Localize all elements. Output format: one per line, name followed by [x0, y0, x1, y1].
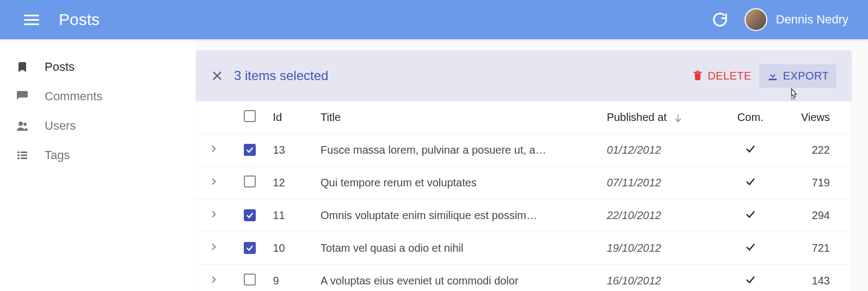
expand-row-button[interactable]	[208, 143, 219, 154]
cell-published: 22/10/2012	[601, 199, 715, 232]
people-icon	[15, 119, 29, 133]
svg-rect-2	[17, 151, 20, 153]
cell-views: 143	[786, 265, 852, 292]
download-icon	[767, 70, 779, 82]
column-header-title[interactable]: Title	[315, 101, 601, 134]
cell-title: Fusce massa lorem, pulvinar a posuere ut…	[321, 144, 571, 156]
refresh-button[interactable]	[712, 11, 728, 28]
svg-rect-10	[693, 72, 701, 73]
cell-commentable	[715, 134, 786, 167]
row-checkbox[interactable]	[244, 175, 256, 187]
cell-published: 07/11/2012	[601, 167, 715, 199]
cell-id: 10	[267, 232, 315, 265]
expand-row-button[interactable]	[208, 176, 219, 187]
sidebar-item-posts[interactable]: Posts	[0, 52, 196, 82]
export-label: EXPORT	[783, 70, 829, 82]
sidebar-item-label: Users	[45, 119, 76, 133]
sidebar-item-label: Comments	[45, 89, 102, 104]
row-checkbox[interactable]	[244, 144, 256, 156]
sort-descending-icon	[673, 113, 683, 123]
column-header-views[interactable]: Views	[786, 101, 852, 134]
table-row[interactable]: 12 Qui tempore rerum et voluptates 07/11…	[196, 167, 852, 199]
sidebar: Posts Comments Users Tags	[0, 39, 196, 291]
chat-icon	[15, 89, 29, 104]
cell-id: 9	[267, 265, 315, 292]
svg-rect-3	[21, 151, 27, 153]
column-header-published[interactable]: Published at	[601, 101, 715, 134]
cell-commentable	[715, 232, 786, 265]
svg-rect-11	[696, 71, 699, 72]
bookmark-icon	[15, 60, 29, 74]
cell-title: Totam vel quasi a odio et nihil	[321, 242, 571, 254]
list-icon	[15, 148, 29, 162]
cell-commentable	[715, 167, 786, 199]
delete-label: DELETE	[708, 70, 752, 82]
trash-icon	[692, 70, 704, 82]
sidebar-item-users[interactable]: Users	[0, 111, 196, 141]
menu-toggle-button[interactable]	[24, 12, 39, 27]
cell-views: 222	[786, 134, 852, 167]
cell-id: 11	[267, 199, 315, 232]
table-row[interactable]: 10 Totam vel quasi a odio et nihil 19/10…	[196, 232, 852, 265]
cell-id: 13	[267, 134, 315, 167]
table-row[interactable]: 13 Fusce massa lorem, pulvinar a posuere…	[196, 134, 852, 167]
svg-point-0	[19, 122, 23, 126]
cell-published: 01/12/2012	[601, 134, 715, 167]
row-checkbox[interactable]	[244, 274, 256, 286]
expand-row-button[interactable]	[208, 209, 219, 220]
column-header-id[interactable]: Id	[267, 101, 315, 134]
delete-button[interactable]: DELETE	[684, 64, 759, 88]
page-title: Posts	[59, 10, 712, 29]
appbar: Posts Dennis Nedry	[0, 0, 868, 39]
selection-toolbar: 3 items selected DELETE EXPORT	[196, 50, 852, 101]
svg-point-1	[23, 123, 27, 126]
clear-selection-button[interactable]	[211, 70, 223, 82]
svg-rect-12	[768, 79, 777, 81]
cell-published: 19/10/2012	[601, 232, 715, 265]
sidebar-item-comments[interactable]: Comments	[0, 82, 196, 111]
column-header-com[interactable]: Com.	[715, 101, 786, 134]
cell-views: 719	[786, 167, 852, 199]
svg-rect-5	[21, 155, 27, 156]
table-row[interactable]: 9 A voluptas eius eveniet ut commodi dol…	[196, 265, 852, 292]
sidebar-item-label: Posts	[45, 60, 75, 74]
select-all-checkbox[interactable]	[244, 110, 256, 122]
sidebar-item-label: Tags	[45, 148, 70, 162]
table-row[interactable]: 11 Omnis voluptate enim similique est po…	[196, 199, 852, 232]
svg-rect-4	[17, 155, 20, 156]
cell-commentable	[715, 265, 786, 292]
cell-title: Qui tempore rerum et voluptates	[321, 177, 571, 189]
selection-count-label: 3 items selected	[234, 68, 684, 83]
posts-table-card: 3 items selected DELETE EXPORT	[196, 50, 852, 291]
expand-row-button[interactable]	[208, 241, 219, 252]
svg-rect-7	[21, 157, 27, 159]
username-label: Dennis Nedry	[776, 13, 848, 27]
cell-views: 294	[786, 199, 852, 232]
cell-views: 721	[786, 232, 852, 265]
row-checkbox[interactable]	[244, 242, 256, 254]
cell-commentable	[715, 199, 786, 232]
cell-id: 12	[267, 167, 315, 199]
cell-title: Omnis voluptate enim similique est possi…	[321, 209, 571, 222]
row-checkbox[interactable]	[244, 209, 256, 221]
export-button[interactable]: EXPORT	[759, 64, 836, 88]
sidebar-item-tags[interactable]: Tags	[0, 141, 196, 170]
posts-table: Id Title Published at Com. Views	[196, 101, 852, 291]
cell-title: A voluptas eius eveniet ut commodi dolor	[321, 275, 571, 287]
expand-row-button[interactable]	[208, 274, 219, 285]
user-avatar[interactable]	[744, 8, 767, 31]
svg-rect-6	[17, 157, 20, 159]
cell-published: 16/10/2012	[601, 265, 715, 292]
